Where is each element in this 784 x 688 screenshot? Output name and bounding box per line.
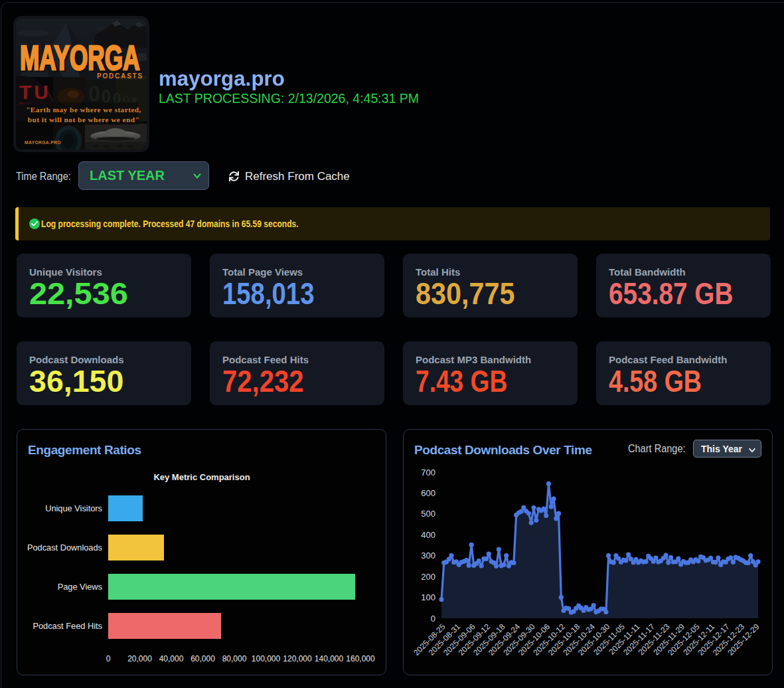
svg-text:PODCASTS: PODCASTS bbox=[97, 72, 143, 80]
svg-text:140,000: 140,000 bbox=[315, 654, 344, 663]
svg-text:Key Metric Comparison: Key Metric Comparison bbox=[153, 472, 250, 482]
svg-text:Podcast Downloads: Podcast Downloads bbox=[27, 543, 102, 553]
svg-text:Podcast Feed Hits: Podcast Feed Hits bbox=[33, 621, 102, 631]
svg-text:100: 100 bbox=[421, 592, 435, 602]
svg-text:Page Views: Page Views bbox=[58, 582, 102, 592]
svg-text:"Earth may be where we started: "Earth may be where we started, bbox=[26, 106, 141, 114]
svg-text:80,000: 80,000 bbox=[222, 654, 247, 663]
svg-text:500: 500 bbox=[421, 509, 435, 519]
svg-text:0: 0 bbox=[431, 614, 435, 624]
svg-text:Unique Visitors: Unique Visitors bbox=[45, 503, 102, 513]
svg-text:MAYORGA: MAYORGA bbox=[20, 39, 140, 76]
svg-text:200: 200 bbox=[421, 572, 435, 582]
svg-text:600: 600 bbox=[421, 488, 435, 498]
svg-text:120,000: 120,000 bbox=[283, 654, 312, 663]
svg-text:60,000: 60,000 bbox=[191, 654, 215, 663]
svg-text:TU: TU bbox=[19, 81, 51, 103]
svg-text:160,000: 160,000 bbox=[346, 654, 375, 663]
svg-text:40,000: 40,000 bbox=[159, 654, 184, 663]
svg-text:MAYORGA.PRO: MAYORGA.PRO bbox=[25, 140, 61, 145]
svg-text:0: 0 bbox=[106, 654, 111, 663]
svg-text:20,000: 20,000 bbox=[127, 654, 152, 663]
svg-text:100,000: 100,000 bbox=[252, 654, 281, 663]
svg-text:but it will not be where we en: but it will not be where we end" bbox=[28, 116, 139, 124]
svg-text:400: 400 bbox=[421, 530, 435, 540]
svg-text:300: 300 bbox=[421, 551, 435, 560]
svg-text:700: 700 bbox=[421, 468, 435, 477]
